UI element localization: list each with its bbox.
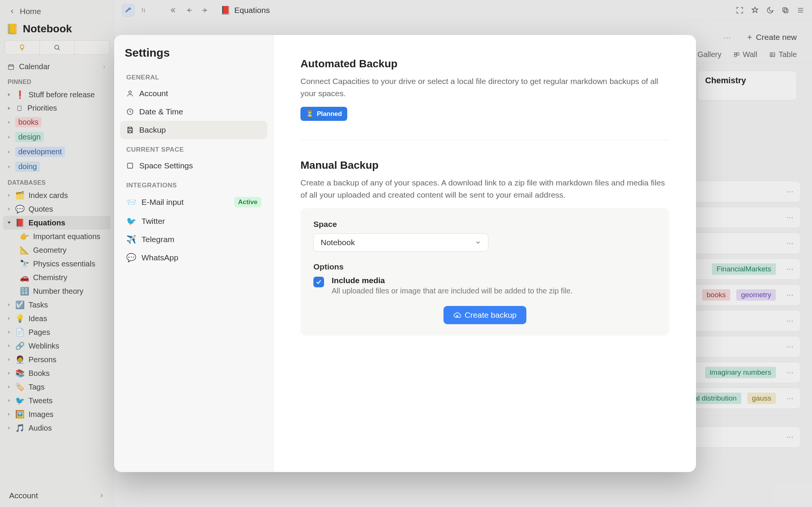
settings-section-general: GENERAL xyxy=(120,67,267,84)
chevron-down-icon xyxy=(475,239,481,246)
settings-item-label: Date & Time xyxy=(139,107,183,116)
automated-backup-title: Automated Backup xyxy=(300,58,669,70)
active-badge: Active xyxy=(234,197,261,208)
clock-icon xyxy=(126,108,134,116)
divider xyxy=(300,140,669,140)
settings-item-email[interactable]: 📨 E-Mail input Active xyxy=(120,192,267,212)
twitter-icon: 🐦 xyxy=(126,217,136,226)
include-media-checkbox[interactable] xyxy=(313,277,324,287)
space-label: Space xyxy=(313,220,656,229)
settings-item-account[interactable]: Account xyxy=(120,84,267,103)
settings-item-telegram[interactable]: ✈️ Telegram xyxy=(120,230,267,249)
space-select-value: Notebook xyxy=(321,238,355,247)
options-label: Options xyxy=(313,262,656,271)
settings-item-label: Telegram xyxy=(141,235,174,244)
settings-content: Automated Backup Connect Capacities to y… xyxy=(274,35,696,472)
settings-section-integrations: INTEGRATIONS xyxy=(120,175,267,192)
svg-rect-15 xyxy=(127,163,132,168)
manual-backup-title: Manual Backup xyxy=(300,159,669,171)
create-backup-label: Create backup xyxy=(465,311,517,320)
settings-item-label: Twitter xyxy=(141,217,165,226)
settings-item-whatsapp[interactable]: 💬 WhatsApp xyxy=(120,249,267,267)
settings-title: Settings xyxy=(120,46,267,67)
settings-sidebar: Settings GENERAL Account Date & Time Bac… xyxy=(114,35,274,472)
svg-point-13 xyxy=(129,91,132,93)
settings-item-label: E-Mail input xyxy=(141,198,184,207)
include-media-title: Include media xyxy=(332,276,573,285)
settings-item-label: WhatsApp xyxy=(141,253,178,262)
settings-item-backup[interactable]: Backup xyxy=(120,121,267,139)
automated-backup-desc: Connect Capacities to your drive or sele… xyxy=(300,75,669,99)
cloud-download-icon xyxy=(453,311,461,319)
settings-item-twitter[interactable]: 🐦 Twitter xyxy=(120,212,267,230)
planned-badge: ⏳ Planned xyxy=(300,107,347,121)
settings-item-space-settings[interactable]: Space Settings xyxy=(120,157,267,175)
settings-item-label: Account xyxy=(139,89,168,98)
telegram-icon: ✈️ xyxy=(126,235,136,244)
settings-section-space: CURRENT SPACE xyxy=(120,139,267,157)
manual-backup-desc: Create a backup of any of your spaces. A… xyxy=(300,177,669,201)
email-icon: 📨 xyxy=(126,198,136,207)
hourglass-icon: ⏳ xyxy=(306,110,314,118)
square-icon xyxy=(126,162,134,170)
settings-item-datetime[interactable]: Date & Time xyxy=(120,103,267,121)
settings-item-label: Space Settings xyxy=(139,161,193,170)
user-icon xyxy=(126,90,134,97)
space-select[interactable]: Notebook xyxy=(313,233,488,252)
create-backup-button[interactable]: Create backup xyxy=(443,306,527,324)
backup-options-box: Space Notebook Options Include media All… xyxy=(300,208,669,336)
settings-item-label: Backup xyxy=(139,125,166,135)
planned-label: Planned xyxy=(317,110,342,118)
settings-modal: Settings GENERAL Account Date & Time Bac… xyxy=(114,35,696,472)
save-icon xyxy=(126,126,134,134)
include-media-desc: All uploaded files or image that are inc… xyxy=(332,287,573,295)
whatsapp-icon: 💬 xyxy=(126,253,136,262)
